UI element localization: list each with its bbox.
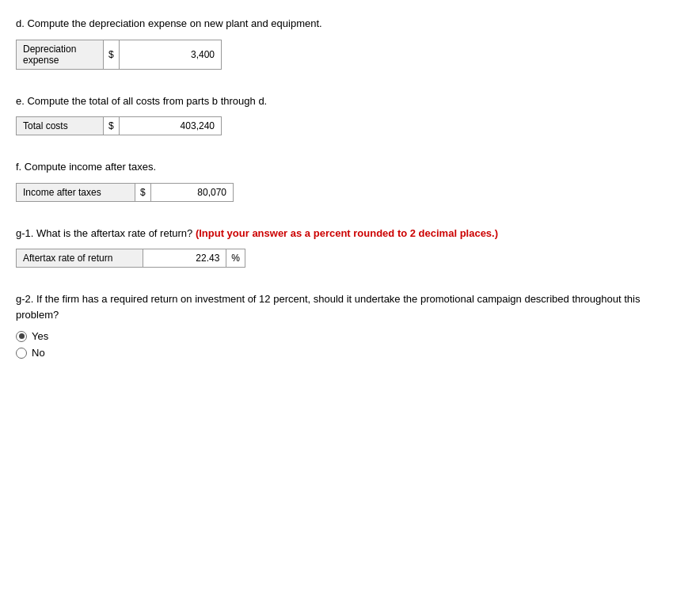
section-d: d. Compute the depreciation expense on n… [16, 16, 661, 70]
g1-bold: (Input your answer as a percent rounded … [196, 227, 498, 239]
depreciation-value: 3,400 [120, 40, 221, 69]
section-e-title: e. Compute the total of all costs from p… [16, 93, 661, 109]
section-f: f. Compute income after taxes. Income af… [16, 159, 661, 202]
totalcosts-row: Total costs $ 403,240 [16, 116, 222, 135]
depreciation-label: Depreciation expense [17, 40, 104, 69]
totalcosts-value: 403,240 [120, 117, 221, 135]
aftertax-value: 22.43 [143, 249, 226, 267]
aftertax-label: Aftertax rate of return [17, 249, 143, 267]
section-g1-title: g-1. What is the aftertax rate of return… [16, 226, 661, 241]
section-e-instruction: e. Compute the total of all costs from p… [16, 95, 267, 107]
radio-yes-circle[interactable] [16, 331, 27, 342]
aftertax-percent: % [226, 249, 245, 267]
depreciation-dollar: $ [104, 40, 120, 69]
section-f-instruction: f. Compute income after taxes. [16, 161, 156, 173]
radio-no-circle[interactable] [16, 348, 27, 359]
incomeaftertaxes-row: Income after taxes $ 80,070 [16, 183, 234, 202]
section-d-instruction: d. Compute the depreciation expense on n… [16, 17, 322, 29]
section-g1: g-1. What is the aftertax rate of return… [16, 226, 661, 268]
section-g2: g-2. If the firm has a required return o… [16, 291, 661, 359]
radio-yes[interactable]: Yes [16, 330, 661, 342]
section-g2-instruction: g-2. If the firm has a required return o… [16, 293, 640, 321]
totalcosts-label: Total costs [17, 117, 104, 135]
section-g2-title: g-2. If the firm has a required return o… [16, 291, 661, 322]
g1-prefix: g-1. What is the aftertax rate of return… [16, 227, 196, 239]
incomeaftertaxes-value: 80,070 [151, 184, 233, 201]
section-e: e. Compute the total of all costs from p… [16, 93, 661, 136]
radio-group: Yes No [16, 330, 661, 359]
section-d-title: d. Compute the depreciation expense on n… [16, 16, 661, 32]
incomeaftertaxes-dollar: $ [135, 184, 151, 201]
incomeaftertaxes-label: Income after taxes [17, 184, 135, 201]
depreciation-row: Depreciation expense $ 3,400 [16, 40, 222, 70]
radio-no[interactable]: No [16, 347, 661, 359]
aftertax-row: Aftertax rate of return 22.43 % [16, 249, 245, 268]
section-f-title: f. Compute income after taxes. [16, 159, 661, 175]
totalcosts-dollar: $ [104, 117, 120, 135]
radio-yes-label: Yes [32, 330, 48, 342]
radio-no-label: No [32, 347, 45, 359]
